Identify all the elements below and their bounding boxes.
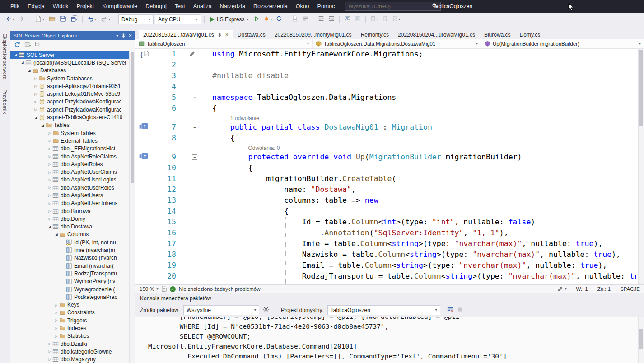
doc-tab[interactable]: 202208150204...urowaMig01.cs: [393, 30, 480, 39]
fold-margin[interactable]: [189, 260, 201, 271]
collapsed-arrow-icon[interactable]: ▷: [47, 178, 52, 182]
expanded-arrow-icon[interactable]: ◢: [47, 225, 52, 229]
line-number[interactable]: 11: [154, 173, 179, 184]
collapsed-arrow-icon[interactable]: ▷: [47, 170, 52, 174]
bookmark-next-button[interactable]: ▾: [391, 14, 401, 24]
code-line[interactable]: 15 Id = table.Column<int>(type: "int", n…: [135, 217, 644, 228]
collapse-all-button[interactable]: [35, 42, 41, 50]
tree-item[interactable]: ▷dbo.AspNetUserLogins: [10, 176, 129, 184]
doc-tab[interactable]: Domy.cs: [515, 30, 545, 39]
tree-item[interactable]: ▷dbo.AspNetUserTokens: [10, 200, 129, 207]
indent-increase-button[interactable]: [327, 14, 336, 24]
tree-item[interactable]: RodzajTransportu: [10, 270, 129, 277]
fold-margin[interactable]: [189, 228, 201, 238]
indentation-indicator[interactable]: SPACJE: [620, 286, 640, 292]
tree-item[interactable]: ▷dbo.AspNetRoleClaims: [10, 153, 129, 160]
line-operations-button[interactable]: [301, 14, 310, 24]
bookmark-toggle-button[interactable]: ▾: [369, 14, 380, 24]
tree-item[interactable]: Imie (nvarchar(m: [10, 246, 129, 254]
code-line[interactable]: 2: [135, 60, 644, 70]
collapsed-arrow-icon[interactable]: ▷: [47, 209, 52, 213]
tree-item[interactable]: ▷dbo.AspNetUsers: [10, 191, 129, 199]
tree-item[interactable]: ◢Columns: [10, 231, 129, 238]
tree-item[interactable]: ▷aspnet-PrzykladowaKonfigurac: [10, 98, 129, 106]
fold-margin[interactable]: [189, 184, 201, 195]
collapsed-arrow-icon[interactable]: ▷: [33, 76, 39, 80]
refresh-button[interactable]: [14, 42, 20, 50]
fold-margin[interactable]: [189, 70, 201, 81]
line-indicator[interactable]: W.: 1: [576, 286, 588, 292]
add-server-button[interactable]: [24, 42, 31, 50]
line-number[interactable]: 7: [154, 122, 179, 133]
code-line[interactable]: 4: [135, 81, 644, 92]
line-number[interactable]: 14: [154, 206, 179, 217]
collapsed-arrow-icon[interactable]: ▷: [53, 334, 59, 338]
tree-scrollbar[interactable]: [129, 51, 135, 363]
console-output[interactable]: [PhoneNumber] = @p10, [SecurityStamp] = …: [135, 317, 644, 363]
fold-margin[interactable]: −: [189, 152, 201, 163]
tree-item[interactable]: ▷System Tables: [10, 129, 129, 137]
fold-margin[interactable]: [189, 282, 201, 284]
tree-item[interactable]: ▷aspnet-Lekcja01NoMvc-53bc9: [10, 90, 129, 98]
editor-scrollbar[interactable]: [638, 49, 644, 284]
collapsed-arrow-icon[interactable]: ▷: [47, 131, 52, 135]
pin-button[interactable]: [121, 33, 126, 38]
start-without-debugging-button[interactable]: [252, 14, 261, 24]
fold-collapse-icon[interactable]: −: [192, 154, 197, 160]
restart-button[interactable]: [275, 14, 284, 24]
tree-item[interactable]: ▷Keys: [10, 301, 129, 309]
fold-margin[interactable]: [189, 60, 201, 70]
menu-item[interactable]: Projekt: [72, 3, 98, 9]
doc-tab[interactable]: 20220815021...tawaMig01.cs×: [139, 30, 233, 39]
tree-item[interactable]: ◢Tables: [10, 121, 129, 129]
doc-tab[interactable]: Biurowa.cs: [480, 30, 515, 39]
collapsed-arrow-icon[interactable]: ▷: [33, 100, 39, 104]
tree-item[interactable]: ▷External Tables: [10, 137, 129, 144]
navigate-forward-button[interactable]: [17, 14, 27, 24]
menu-item[interactable]: Narzędzia: [216, 3, 249, 9]
line-number[interactable]: 8: [154, 133, 179, 144]
line-number[interactable]: 9: [154, 152, 179, 163]
fold-margin[interactable]: −: [189, 92, 201, 103]
fold-margin[interactable]: [189, 103, 201, 114]
expanded-arrow-icon[interactable]: ◢: [40, 123, 46, 127]
menu-item[interactable]: Plik: [6, 3, 23, 9]
code-line[interactable]: 12 name: "Dostawa",: [135, 184, 644, 195]
line-number[interactable]: 17: [154, 238, 179, 249]
code-line[interactable]: {1using Microsoft.EntityFrameworkCore.Mi…: [135, 49, 644, 60]
fold-margin[interactable]: [189, 195, 201, 206]
code-line[interactable]: 11 migrationBuilder.CreateTable(: [135, 173, 644, 184]
tree-item[interactable]: ◢SQL Server: [10, 51, 129, 59]
menu-item[interactable]: Pomoc: [313, 3, 339, 9]
tree-item[interactable]: ▷dbo.AspNetUserRoles: [10, 184, 129, 191]
code-editor[interactable]: {1using Microsoft.EntityFrameworkCore.Mi…: [135, 49, 644, 284]
comment-button[interactable]: [343, 14, 352, 24]
code-cleanup-button[interactable]: ▾: [557, 286, 566, 293]
tree-item[interactable]: ▷Indexes: [10, 324, 129, 332]
save-button[interactable]: [58, 14, 68, 24]
collapsed-arrow-icon[interactable]: ▷: [53, 303, 59, 307]
document-navigate-button[interactable]: [290, 14, 299, 24]
line-number[interactable]: 18: [154, 249, 179, 260]
line-number[interactable]: 16: [154, 228, 179, 238]
scrollbar-thumb[interactable]: [639, 50, 643, 126]
tree-item[interactable]: ◢Databases: [10, 67, 129, 74]
fold-margin[interactable]: [189, 271, 201, 282]
doc-tab[interactable]: Dostawa.cs: [233, 30, 270, 39]
collapsed-arrow-icon[interactable]: ▷: [33, 92, 39, 96]
clear-console-button[interactable]: [447, 306, 453, 314]
code-line[interactable]: 8 {: [135, 133, 644, 144]
breadcrumb-item[interactable]: TablicaOgloszen▾: [135, 39, 313, 48]
tree-item[interactable]: ▷dbo.AspNetUserClaims: [10, 168, 129, 176]
code-line[interactable]: 6{: [135, 103, 644, 114]
scrollbar-thumb[interactable]: [639, 329, 643, 349]
package-source-combo[interactable]: Wszystkie▾: [183, 305, 259, 315]
open-file-button[interactable]: [47, 14, 57, 24]
tree-item[interactable]: ◢dbo.Dostawa: [10, 223, 129, 231]
tree-item[interactable]: ▷aspnet-PrzykladowaKonfigurac: [10, 106, 129, 113]
side-tab[interactable]: Eksplorator serwera: [2, 33, 8, 79]
menu-item[interactable]: Kompilowanie: [98, 3, 141, 9]
code-line[interactable]: 19 Email = table.Column<string>(type: "n…: [135, 260, 644, 271]
pin-icon[interactable]: [217, 32, 222, 37]
line-number[interactable]: 5: [154, 92, 179, 103]
